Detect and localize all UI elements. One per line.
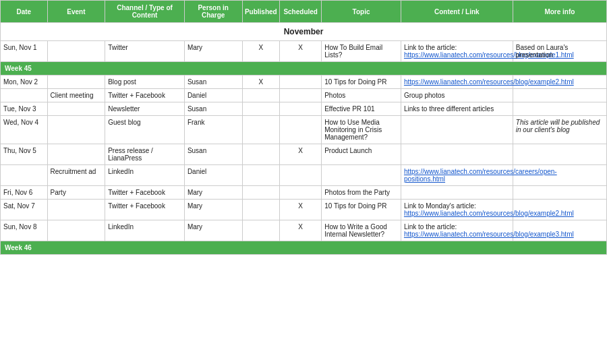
published-cell bbox=[242, 220, 280, 241]
content-cell: https://www.lianatech.com/resources/care… bbox=[401, 165, 513, 186]
channel-cell: Press release / LianaPress bbox=[105, 144, 185, 165]
published-cell bbox=[242, 200, 280, 220]
event-cell: Client meeting bbox=[47, 89, 105, 102]
topic-cell: Photos from the Party bbox=[322, 186, 401, 200]
event-cell bbox=[47, 220, 105, 241]
channel-cell: Twitter + Facebook bbox=[105, 200, 185, 220]
moreinfo-cell: This article will be published in our cl… bbox=[513, 116, 606, 144]
moreinfo-cell bbox=[513, 89, 606, 102]
published-cell bbox=[242, 144, 280, 165]
event-cell bbox=[47, 75, 105, 89]
event-cell bbox=[47, 41, 105, 62]
date-cell: Tue, Nov 3 bbox=[1, 102, 48, 116]
month-header: November bbox=[1, 23, 607, 41]
scheduled-cell bbox=[280, 165, 322, 186]
person-cell: Susan bbox=[184, 102, 242, 116]
table-row: Mon, Nov 2Blog postSusanX10 Tips for Doi… bbox=[1, 75, 607, 89]
table-row: Fri, Nov 6PartyTwitter + FacebookMaryPho… bbox=[1, 186, 607, 200]
published-cell: X bbox=[242, 41, 280, 62]
event-cell: Party bbox=[47, 186, 105, 200]
scheduled-cell bbox=[280, 75, 322, 89]
topic-cell: How To Build Email Lists? bbox=[322, 41, 401, 62]
date-cell: Sun, Nov 8 bbox=[1, 220, 48, 241]
table-row: Recruitment adLinkedInDanielhttps://www.… bbox=[1, 165, 607, 186]
channel-cell: Blog post bbox=[105, 75, 185, 89]
event-cell bbox=[47, 116, 105, 144]
date-cell bbox=[1, 165, 48, 186]
person-cell: Susan bbox=[184, 144, 242, 165]
topic-cell bbox=[322, 165, 401, 186]
person-cell: Daniel bbox=[184, 165, 242, 186]
header-person: Person in Charge bbox=[184, 1, 242, 23]
content-cell: Link to the article: https://www.lianate… bbox=[401, 220, 513, 241]
event-cell bbox=[47, 144, 105, 165]
date-cell: Thu, Nov 5 bbox=[1, 144, 48, 165]
person-cell: Mary bbox=[184, 41, 242, 62]
published-cell: X bbox=[242, 75, 280, 89]
moreinfo-cell bbox=[513, 102, 606, 116]
channel-cell: Guest blog bbox=[105, 116, 185, 144]
moreinfo-cell bbox=[513, 186, 606, 200]
table-row: Sat, Nov 7Twitter + FacebookMaryX10 Tips… bbox=[1, 200, 607, 220]
date-cell bbox=[1, 89, 48, 102]
week-header: Week 45 bbox=[1, 62, 607, 75]
published-cell bbox=[242, 102, 280, 116]
channel-cell: Twitter + Facebook bbox=[105, 186, 185, 200]
topic-cell: 10 Tips for Doing PR bbox=[322, 200, 401, 220]
published-cell bbox=[242, 116, 280, 144]
event-cell bbox=[47, 102, 105, 116]
date-cell: Sat, Nov 7 bbox=[1, 200, 48, 220]
header-date: Date bbox=[1, 1, 48, 23]
content-cell: Link to Monday's article: https://www.li… bbox=[401, 200, 513, 220]
topic-cell: How to Write a Good Internal Newsletter? bbox=[322, 220, 401, 241]
topic-cell: Effective PR 101 bbox=[322, 102, 401, 116]
published-cell bbox=[242, 165, 280, 186]
topic-cell: 10 Tips for Doing PR bbox=[322, 75, 401, 89]
scheduled-cell: X bbox=[280, 220, 322, 241]
table-row: Tue, Nov 3NewsletterSusanEffective PR 10… bbox=[1, 102, 607, 116]
header-published: Published bbox=[242, 1, 280, 23]
content-cell: Group photos bbox=[401, 89, 513, 102]
scheduled-cell: X bbox=[280, 41, 322, 62]
event-cell: Recruitment ad bbox=[47, 165, 105, 186]
scheduled-cell: X bbox=[280, 200, 322, 220]
content-cell: Links to three different articles bbox=[401, 102, 513, 116]
date-cell: Wed, Nov 4 bbox=[1, 116, 48, 144]
person-cell: Mary bbox=[184, 186, 242, 200]
header-content: Content / Link bbox=[401, 1, 513, 23]
moreinfo-cell bbox=[513, 144, 606, 165]
channel-cell: Twitter + Facebook bbox=[105, 89, 185, 102]
header-topic: Topic bbox=[322, 1, 401, 23]
topic-cell: Photos bbox=[322, 89, 401, 102]
topic-cell: Product Launch bbox=[322, 144, 401, 165]
date-cell: Mon, Nov 2 bbox=[1, 75, 48, 89]
channel-cell: Twitter bbox=[105, 41, 185, 62]
header-channel: Channel / Type of Content bbox=[105, 1, 185, 23]
header-event: Event bbox=[47, 1, 105, 23]
content-cell bbox=[401, 116, 513, 144]
channel-cell: Newsletter bbox=[105, 102, 185, 116]
scheduled-cell bbox=[280, 186, 322, 200]
header-scheduled: Scheduled bbox=[280, 1, 322, 23]
date-cell: Sun, Nov 1 bbox=[1, 41, 48, 62]
content-cell bbox=[401, 186, 513, 200]
scheduled-cell bbox=[280, 102, 322, 116]
content-cell: Link to the article: https://www.lianate… bbox=[401, 41, 513, 62]
content-cell bbox=[401, 144, 513, 165]
published-cell bbox=[242, 89, 280, 102]
channel-cell: LinkedIn bbox=[105, 220, 185, 241]
topic-cell: How to Use Media Monitoring in Crisis Ma… bbox=[322, 116, 401, 144]
content-cell: https://www.lianatech.com/resources/blog… bbox=[401, 75, 513, 89]
table-row: Client meetingTwitter + FacebookDanielPh… bbox=[1, 89, 607, 102]
scheduled-cell: X bbox=[280, 144, 322, 165]
scheduled-cell bbox=[280, 116, 322, 144]
week-header: Week 46 bbox=[1, 241, 607, 255]
event-cell bbox=[47, 200, 105, 220]
table-row: Sun, Nov 1TwitterMaryXXHow To Build Emai… bbox=[1, 41, 607, 62]
person-cell: Daniel bbox=[184, 89, 242, 102]
channel-cell: LinkedIn bbox=[105, 165, 185, 186]
person-cell: Mary bbox=[184, 200, 242, 220]
table-row: Sun, Nov 8LinkedInMaryXHow to Write a Go… bbox=[1, 220, 607, 241]
person-cell: Mary bbox=[184, 220, 242, 241]
table-row: Thu, Nov 5Press release / LianaPressSusa… bbox=[1, 144, 607, 165]
